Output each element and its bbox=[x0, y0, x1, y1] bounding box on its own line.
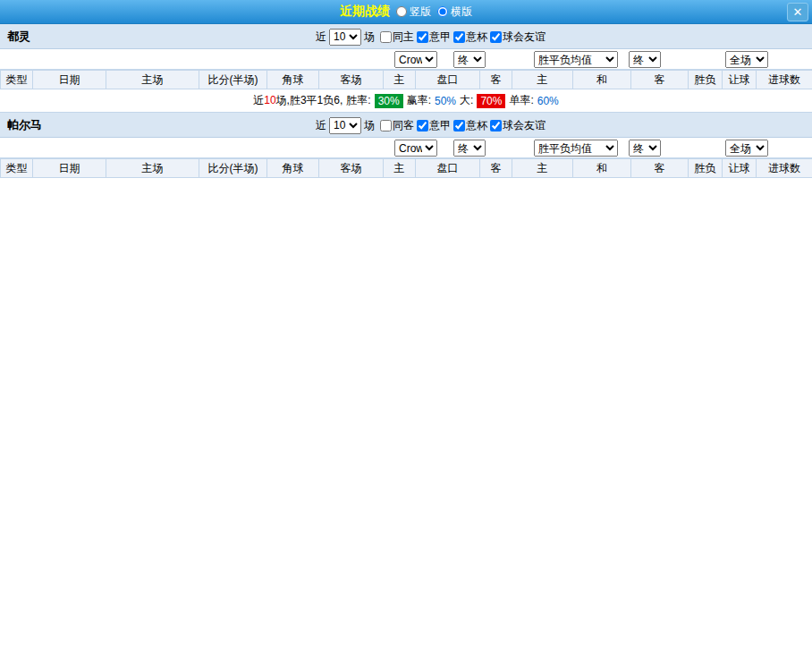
col-goals: 进球数 bbox=[757, 159, 812, 178]
col-euro-home: 主 bbox=[512, 71, 573, 89]
win-rate-label: 胜率: bbox=[346, 93, 370, 108]
filter-checkbox[interactable]: 意甲 bbox=[417, 30, 451, 45]
panel-title: 近期战绩 bbox=[340, 4, 390, 20]
filter-checkbox[interactable]: 意杯 bbox=[453, 118, 487, 133]
col-handicap: 盘口 bbox=[416, 71, 480, 89]
col-let: 让球 bbox=[723, 71, 757, 89]
summary-bar: 近10场,胜3平1负6, 胜率: 30% 赢率: 50% 大: 70% 单率: … bbox=[0, 89, 812, 113]
recent-results-panel: 近期战绩 竖版 横版 ✕ 都灵 近 10 场 同主意甲意杯球会友谊 Crow* bbox=[0, 0, 812, 670]
checkbox-label: 意甲 bbox=[429, 118, 451, 133]
filter-checkbox-group: 同主意甲意杯球会友谊 bbox=[377, 30, 546, 45]
team-name: 帕尔马 bbox=[7, 117, 42, 133]
col-score: 比分(半场) bbox=[199, 159, 267, 178]
games-suffix: 场 bbox=[364, 30, 375, 45]
odds-filter-row: Crow* 终 胜平负均值 终 全场 bbox=[0, 49, 812, 70]
col-away: 客场 bbox=[319, 71, 384, 89]
vertical-layout-label: 竖版 bbox=[410, 4, 431, 20]
layout-option-vertical[interactable]: 竖版 bbox=[396, 4, 431, 20]
summary-text: 近10场,胜3平1负6, bbox=[253, 93, 343, 108]
parma-results-table: 类型 日期 主场 比分(半场) 角球 客场 主 盘口 客 主 和 客 胜负 让球… bbox=[0, 158, 812, 178]
near-label: 近 bbox=[316, 118, 326, 133]
games-suffix: 场 bbox=[364, 118, 375, 133]
horizontal-layout-radio[interactable] bbox=[437, 6, 448, 17]
col-result: 胜负 bbox=[689, 71, 723, 89]
odds-filter-row: Crow* 终 胜平负均值 终 全场 bbox=[0, 138, 812, 158]
checkbox-input[interactable] bbox=[417, 31, 428, 43]
euro-odds-view-select[interactable]: 胜平负均值 bbox=[534, 140, 618, 157]
filter-checkbox[interactable]: 同主 bbox=[380, 30, 414, 45]
match-scope-select[interactable]: 全场 bbox=[725, 140, 768, 157]
asian-odds-time-select[interactable]: 终 bbox=[453, 51, 486, 68]
checkbox-label: 同客 bbox=[393, 118, 414, 133]
checkbox-label: 同主 bbox=[393, 30, 414, 45]
close-icon[interactable]: ✕ bbox=[787, 3, 808, 21]
filter-checkbox[interactable]: 球会友谊 bbox=[490, 30, 546, 45]
team-name: 都灵 bbox=[7, 29, 30, 45]
col-handicap: 盘口 bbox=[416, 159, 480, 178]
col-euro-draw: 和 bbox=[573, 71, 631, 89]
checkbox-label: 意甲 bbox=[429, 30, 451, 45]
team-section-parma: 帕尔马 近 10 场 同客意甲意杯球会友谊 Crow* 终 胜平负均值 终 全场… bbox=[0, 113, 812, 178]
team-section-header: 帕尔马 近 10 场 同客意甲意杯球会友谊 bbox=[0, 113, 812, 138]
col-home: 主场 bbox=[106, 159, 199, 178]
col-corners: 角球 bbox=[267, 159, 319, 178]
games-count-select[interactable]: 10 bbox=[329, 117, 361, 134]
col-away: 客场 bbox=[319, 159, 384, 178]
col-euro-draw: 和 bbox=[573, 159, 631, 178]
checkbox-input[interactable] bbox=[490, 31, 502, 43]
checkbox-input[interactable] bbox=[490, 120, 502, 131]
titlebar: 近期战绩 竖版 横版 ✕ bbox=[0, 0, 812, 24]
euro-odds-view-select[interactable]: 胜平负均值 bbox=[534, 51, 618, 68]
let-rate-label: 赢率: bbox=[407, 93, 431, 108]
col-goals: 进球数 bbox=[757, 71, 812, 89]
filter-checkbox-group: 同客意甲意杯球会友谊 bbox=[377, 118, 546, 133]
col-result: 胜负 bbox=[689, 159, 723, 178]
checkbox-label: 球会友谊 bbox=[503, 118, 546, 133]
torino-results-table: 类型 日期 主场 比分(半场) 角球 客场 主 盘口 客 主 和 客 胜负 让球… bbox=[0, 70, 812, 89]
col-euro-away: 客 bbox=[631, 159, 689, 178]
column-header-row: 类型 日期 主场 比分(半场) 角球 客场 主 盘口 客 主 和 客 胜负 让球… bbox=[1, 71, 812, 89]
big-rate-badge: 70% bbox=[477, 94, 505, 108]
vertical-layout-radio[interactable] bbox=[396, 6, 407, 17]
col-euro-away: 客 bbox=[631, 71, 689, 89]
titlebar-center: 近期战绩 竖版 横版 bbox=[340, 4, 472, 20]
euro-odds-time-select[interactable]: 终 bbox=[629, 51, 661, 68]
filter-checkbox[interactable]: 球会友谊 bbox=[490, 118, 546, 133]
col-asian-away: 客 bbox=[480, 159, 512, 178]
single-rate-label: 单率: bbox=[509, 93, 533, 108]
col-home: 主场 bbox=[106, 71, 199, 89]
single-rate-value: 60% bbox=[537, 95, 559, 107]
match-scope-select[interactable]: 全场 bbox=[725, 51, 768, 68]
filter-controls: 近 10 场 同主意甲意杯球会友谊 bbox=[316, 24, 546, 49]
asian-odds-time-select[interactable]: 终 bbox=[453, 140, 486, 157]
checkbox-input[interactable] bbox=[453, 120, 465, 131]
games-count-select[interactable]: 10 bbox=[329, 29, 361, 46]
checkbox-input[interactable] bbox=[417, 120, 428, 131]
near-label: 近 bbox=[316, 30, 326, 45]
team-section-header: 都灵 近 10 场 同主意甲意杯球会友谊 bbox=[0, 24, 812, 49]
filter-controls: 近 10 场 同客意甲意杯球会友谊 bbox=[316, 113, 546, 138]
bookmaker-select[interactable]: Crow* bbox=[394, 51, 437, 68]
win-rate-badge: 30% bbox=[375, 94, 403, 108]
col-asian-home: 主 bbox=[384, 71, 416, 89]
team-section-torino: 都灵 近 10 场 同主意甲意杯球会友谊 Crow* 终 胜平负均值 终 全场 … bbox=[0, 24, 812, 113]
col-type: 类型 bbox=[1, 159, 33, 178]
layout-option-horizontal[interactable]: 横版 bbox=[437, 4, 472, 20]
checkbox-input[interactable] bbox=[453, 31, 465, 43]
checkbox-input[interactable] bbox=[380, 31, 392, 43]
filter-checkbox[interactable]: 意甲 bbox=[417, 118, 451, 133]
euro-odds-time-select[interactable]: 终 bbox=[629, 140, 661, 157]
let-rate-value: 50% bbox=[435, 95, 456, 107]
col-date: 日期 bbox=[33, 71, 106, 89]
horizontal-layout-label: 横版 bbox=[451, 4, 472, 20]
checkbox-label: 意杯 bbox=[466, 30, 487, 45]
checkbox-input[interactable] bbox=[380, 120, 392, 131]
col-asian-away: 客 bbox=[480, 71, 512, 89]
checkbox-label: 意杯 bbox=[466, 118, 487, 133]
col-type: 类型 bbox=[1, 71, 33, 89]
filter-checkbox[interactable]: 意杯 bbox=[453, 30, 487, 45]
bookmaker-select[interactable]: Crow* bbox=[394, 140, 437, 157]
filter-checkbox[interactable]: 同客 bbox=[380, 118, 414, 133]
big-rate-label: 大: bbox=[460, 93, 473, 108]
col-score: 比分(半场) bbox=[199, 71, 267, 89]
